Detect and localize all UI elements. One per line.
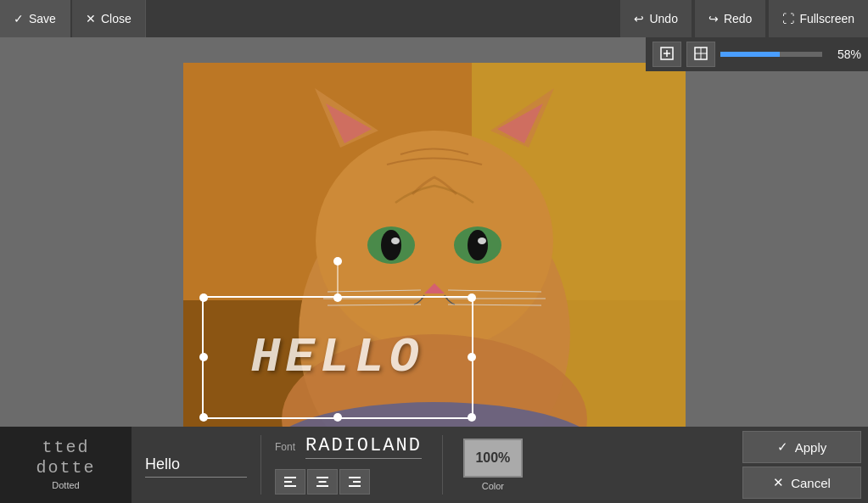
svg-rect-33 — [316, 477, 328, 478]
bottom-panel: tted dotte Dotted Font RADIOLAND — [0, 427, 868, 503]
align-right-icon — [347, 474, 362, 489]
svg-rect-37 — [353, 481, 361, 483]
align-left-icon — [283, 474, 298, 489]
align-right-button[interactable] — [339, 469, 370, 495]
font-preview-thumbnail: tted dotte Dotted — [0, 427, 132, 503]
svg-rect-38 — [349, 485, 361, 487]
size-display[interactable]: 100% — [463, 439, 523, 478]
font-name-display: RADIOLAND — [305, 435, 422, 459]
save-label: Save — [29, 12, 56, 25]
svg-point-19 — [391, 238, 400, 244]
size-value: 100% — [475, 450, 510, 466]
save-button[interactable]: ✓ Save — [0, 0, 70, 37]
text-input[interactable] — [145, 452, 247, 478]
cat-image: HELLO — [183, 63, 686, 436]
svg-rect-30 — [284, 477, 296, 478]
cancel-button[interactable]: ✕ Cancel — [742, 467, 861, 499]
text-input-area — [132, 452, 260, 478]
cancel-label: Cancel — [791, 476, 831, 490]
divider-2 — [442, 435, 443, 495]
top-toolbar: ✓ Save ✕ Close ↩ Undo ↪ Redo ⛶ Fullscree… — [0, 0, 868, 37]
toolbar-right: ↩ Undo ↪ Redo ⛶ Fullscreen — [620, 0, 868, 37]
svg-point-20 — [478, 238, 486, 244]
zoom-value: 58% — [827, 48, 861, 61]
font-preview-text-line1: tted — [42, 439, 89, 456]
fullscreen-icon: ⛶ — [782, 12, 794, 25]
undo-button[interactable]: ↩ Undo — [620, 0, 691, 37]
rotation-line — [337, 264, 338, 298]
apply-button[interactable]: ✓ Apply — [742, 431, 861, 463]
close-label: Close — [101, 12, 132, 25]
color-size-section: 100% Color — [450, 439, 536, 491]
fit-screen-icon — [659, 46, 675, 64]
crop-button[interactable] — [686, 42, 715, 67]
undo-label: Undo — [649, 12, 677, 25]
rotation-handle[interactable] — [333, 257, 342, 265]
color-label: Color — [482, 481, 504, 491]
second-toolbar: 58% — [646, 37, 868, 71]
apply-label: Apply — [795, 440, 827, 455]
font-preview-text-line2: dotte — [36, 460, 95, 477]
svg-rect-36 — [349, 477, 361, 478]
svg-rect-34 — [319, 481, 327, 483]
crop-icon — [693, 46, 708, 64]
svg-rect-35 — [316, 485, 328, 487]
text-overlay-content: HELLO — [204, 298, 472, 417]
redo-label: Redo — [724, 12, 752, 25]
redo-button[interactable]: ↪ Redo — [695, 0, 765, 37]
font-label: Font — [275, 441, 295, 453]
toolbar-left: ✓ Save ✕ Close — [0, 0, 146, 37]
svg-rect-31 — [284, 481, 292, 483]
zoom-control: 58% — [720, 48, 861, 61]
svg-point-17 — [381, 230, 401, 260]
fit-screen-button[interactable] — [652, 42, 681, 67]
align-center-button[interactable] — [307, 469, 338, 495]
fullscreen-label: Fullscreen — [799, 12, 854, 25]
canvas-area: HELLO — [0, 71, 868, 427]
svg-rect-32 — [284, 485, 296, 487]
undo-icon: ↩ — [634, 12, 644, 25]
zoom-slider[interactable] — [720, 52, 822, 57]
align-buttons — [275, 469, 422, 495]
align-center-icon — [315, 474, 330, 489]
apply-check-icon: ✓ — [777, 439, 788, 455]
overlay-text: HELLO — [250, 330, 423, 385]
redo-icon: ↪ — [708, 12, 719, 25]
align-left-button[interactable] — [275, 469, 305, 495]
svg-point-18 — [468, 230, 488, 260]
close-icon: ✕ — [86, 12, 96, 25]
fullscreen-button[interactable]: ⛶ Fullscreen — [769, 0, 868, 37]
image-container: HELLO — [183, 63, 686, 436]
font-section: Font RADIOLAND — [261, 435, 435, 495]
save-check-icon: ✓ — [14, 12, 24, 25]
close-button[interactable]: ✕ Close — [72, 0, 146, 37]
cancel-x-icon: ✕ — [773, 475, 784, 490]
text-overlay-box[interactable]: HELLO — [202, 296, 473, 419]
apply-cancel-area: ✓ Apply ✕ Cancel — [736, 431, 868, 499]
font-preview-style-label: Dotted — [52, 480, 79, 490]
